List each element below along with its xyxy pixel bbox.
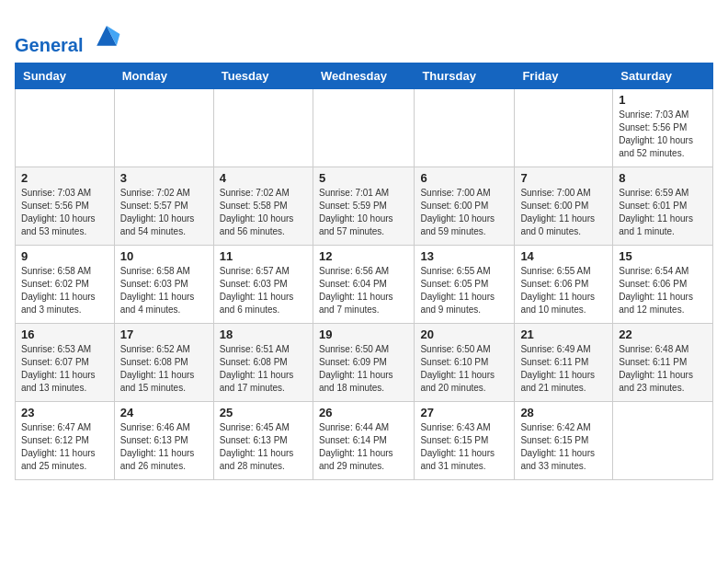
calendar-cell: 9Sunrise: 6:58 AM Sunset: 6:02 PM Daylig… xyxy=(16,246,115,324)
calendar-weekday-saturday: Saturday xyxy=(613,63,713,89)
day-number: 12 xyxy=(319,249,408,263)
calendar-cell: 15Sunrise: 6:54 AM Sunset: 6:06 PM Dayli… xyxy=(613,246,713,324)
day-number: 2 xyxy=(21,171,108,185)
day-info: Sunrise: 6:53 AM Sunset: 6:07 PM Dayligh… xyxy=(21,343,108,395)
calendar-week-row: 2Sunrise: 7:03 AM Sunset: 5:56 PM Daylig… xyxy=(16,167,713,246)
day-info: Sunrise: 6:57 AM Sunset: 6:03 PM Dayligh… xyxy=(220,265,307,316)
calendar-cell: 5Sunrise: 7:01 AM Sunset: 5:59 PM Daylig… xyxy=(313,167,414,246)
logo-text: General xyxy=(15,18,123,55)
calendar-weekday-monday: Monday xyxy=(114,63,213,89)
day-number: 23 xyxy=(21,406,108,419)
day-info: Sunrise: 6:52 AM Sunset: 6:08 PM Dayligh… xyxy=(120,343,208,395)
calendar-weekday-thursday: Thursday xyxy=(415,63,515,89)
day-number: 20 xyxy=(420,327,508,341)
calendar-cell: 18Sunrise: 6:51 AM Sunset: 6:08 PM Dayli… xyxy=(213,324,313,402)
day-number: 4 xyxy=(220,171,307,185)
day-number: 7 xyxy=(520,171,607,185)
day-number: 25 xyxy=(220,406,307,419)
calendar-weekday-wednesday: Wednesday xyxy=(313,63,414,89)
day-number: 19 xyxy=(319,327,408,341)
calendar-cell: 22Sunrise: 6:48 AM Sunset: 6:11 PM Dayli… xyxy=(613,324,713,402)
calendar-table: SundayMondayTuesdayWednesdayThursdayFrid… xyxy=(15,63,713,480)
day-info: Sunrise: 6:50 AM Sunset: 6:10 PM Dayligh… xyxy=(420,343,508,395)
day-number: 1 xyxy=(619,93,707,107)
day-info: Sunrise: 6:48 AM Sunset: 6:11 PM Dayligh… xyxy=(619,343,707,395)
calendar-week-row: 16Sunrise: 6:53 AM Sunset: 6:07 PM Dayli… xyxy=(16,324,713,402)
calendar-cell: 16Sunrise: 6:53 AM Sunset: 6:07 PM Dayli… xyxy=(16,324,115,402)
day-info: Sunrise: 6:43 AM Sunset: 6:15 PM Dayligh… xyxy=(420,421,508,473)
day-number: 6 xyxy=(420,171,508,185)
day-number: 18 xyxy=(220,327,307,341)
day-info: Sunrise: 6:58 AM Sunset: 6:03 PM Dayligh… xyxy=(120,265,208,316)
day-info: Sunrise: 7:02 AM Sunset: 5:58 PM Dayligh… xyxy=(220,187,307,238)
page-header: General xyxy=(15,15,713,55)
calendar-cell: 28Sunrise: 6:42 AM Sunset: 6:15 PM Dayli… xyxy=(515,402,613,480)
calendar-weekday-sunday: Sunday xyxy=(16,63,115,89)
day-info: Sunrise: 6:42 AM Sunset: 6:15 PM Dayligh… xyxy=(520,421,607,473)
day-info: Sunrise: 6:49 AM Sunset: 6:11 PM Dayligh… xyxy=(520,343,607,395)
day-number: 22 xyxy=(619,327,707,341)
calendar-cell: 17Sunrise: 6:52 AM Sunset: 6:08 PM Dayli… xyxy=(114,324,213,402)
day-number: 16 xyxy=(21,327,108,341)
day-info: Sunrise: 7:01 AM Sunset: 5:59 PM Dayligh… xyxy=(319,187,408,238)
calendar-cell: 12Sunrise: 6:56 AM Sunset: 6:04 PM Dayli… xyxy=(313,246,414,324)
day-number: 5 xyxy=(319,171,408,185)
day-number: 11 xyxy=(220,249,307,263)
calendar-cell: 14Sunrise: 6:55 AM Sunset: 6:06 PM Dayli… xyxy=(515,246,613,324)
logo: General xyxy=(15,18,123,55)
logo-icon xyxy=(90,18,123,52)
day-number: 10 xyxy=(120,249,208,263)
day-info: Sunrise: 6:54 AM Sunset: 6:06 PM Dayligh… xyxy=(619,265,707,316)
calendar-cell xyxy=(16,89,115,167)
day-number: 3 xyxy=(120,171,208,185)
day-info: Sunrise: 7:00 AM Sunset: 6:00 PM Dayligh… xyxy=(520,187,607,238)
calendar-cell xyxy=(313,89,414,167)
day-number: 28 xyxy=(520,406,607,419)
calendar-cell: 13Sunrise: 6:55 AM Sunset: 6:05 PM Dayli… xyxy=(415,246,515,324)
calendar-cell: 20Sunrise: 6:50 AM Sunset: 6:10 PM Dayli… xyxy=(415,324,515,402)
day-number: 27 xyxy=(420,406,508,419)
calendar-cell xyxy=(415,89,515,167)
calendar-weekday-friday: Friday xyxy=(515,63,613,89)
day-number: 26 xyxy=(319,406,408,419)
day-info: Sunrise: 6:56 AM Sunset: 6:04 PM Dayligh… xyxy=(319,265,408,316)
calendar-cell xyxy=(515,89,613,167)
day-number: 8 xyxy=(619,171,707,185)
calendar-cell xyxy=(114,89,213,167)
day-info: Sunrise: 6:59 AM Sunset: 6:01 PM Dayligh… xyxy=(619,187,707,238)
calendar-week-row: 23Sunrise: 6:47 AM Sunset: 6:12 PM Dayli… xyxy=(16,402,713,480)
day-info: Sunrise: 6:44 AM Sunset: 6:14 PM Dayligh… xyxy=(319,421,408,473)
calendar-cell: 26Sunrise: 6:44 AM Sunset: 6:14 PM Dayli… xyxy=(313,402,414,480)
calendar-cell: 21Sunrise: 6:49 AM Sunset: 6:11 PM Dayli… xyxy=(515,324,613,402)
day-info: Sunrise: 6:45 AM Sunset: 6:13 PM Dayligh… xyxy=(220,421,307,473)
calendar-cell xyxy=(213,89,313,167)
calendar-cell: 2Sunrise: 7:03 AM Sunset: 5:56 PM Daylig… xyxy=(16,167,115,246)
calendar-cell: 23Sunrise: 6:47 AM Sunset: 6:12 PM Dayli… xyxy=(16,402,115,480)
day-info: Sunrise: 6:47 AM Sunset: 6:12 PM Dayligh… xyxy=(21,421,108,473)
day-number: 14 xyxy=(520,249,607,263)
day-info: Sunrise: 7:03 AM Sunset: 5:56 PM Dayligh… xyxy=(21,187,108,238)
calendar-weekday-tuesday: Tuesday xyxy=(213,63,313,89)
calendar-cell: 10Sunrise: 6:58 AM Sunset: 6:03 PM Dayli… xyxy=(114,246,213,324)
day-info: Sunrise: 6:58 AM Sunset: 6:02 PM Dayligh… xyxy=(21,265,108,316)
calendar-header-row: SundayMondayTuesdayWednesdayThursdayFrid… xyxy=(16,63,713,89)
calendar-cell: 1Sunrise: 7:03 AM Sunset: 5:56 PM Daylig… xyxy=(613,89,713,167)
day-info: Sunrise: 7:00 AM Sunset: 6:00 PM Dayligh… xyxy=(420,187,508,238)
calendar-cell: 3Sunrise: 7:02 AM Sunset: 5:57 PM Daylig… xyxy=(114,167,213,246)
calendar-week-row: 9Sunrise: 6:58 AM Sunset: 6:02 PM Daylig… xyxy=(16,246,713,324)
calendar-cell: 19Sunrise: 6:50 AM Sunset: 6:09 PM Dayli… xyxy=(313,324,414,402)
day-number: 9 xyxy=(21,249,108,263)
calendar-cell xyxy=(613,402,713,480)
calendar-cell: 7Sunrise: 7:00 AM Sunset: 6:00 PM Daylig… xyxy=(515,167,613,246)
day-info: Sunrise: 7:03 AM Sunset: 5:56 PM Dayligh… xyxy=(619,109,707,160)
calendar-cell: 11Sunrise: 6:57 AM Sunset: 6:03 PM Dayli… xyxy=(213,246,313,324)
day-info: Sunrise: 6:55 AM Sunset: 6:05 PM Dayligh… xyxy=(420,265,508,316)
day-info: Sunrise: 6:55 AM Sunset: 6:06 PM Dayligh… xyxy=(520,265,607,316)
day-info: Sunrise: 6:50 AM Sunset: 6:09 PM Dayligh… xyxy=(319,343,408,395)
day-number: 17 xyxy=(120,327,208,341)
day-number: 15 xyxy=(619,249,707,263)
calendar-cell: 8Sunrise: 6:59 AM Sunset: 6:01 PM Daylig… xyxy=(613,167,713,246)
calendar-cell: 4Sunrise: 7:02 AM Sunset: 5:58 PM Daylig… xyxy=(213,167,313,246)
day-info: Sunrise: 6:51 AM Sunset: 6:08 PM Dayligh… xyxy=(220,343,307,395)
day-info: Sunrise: 6:46 AM Sunset: 6:13 PM Dayligh… xyxy=(120,421,208,473)
